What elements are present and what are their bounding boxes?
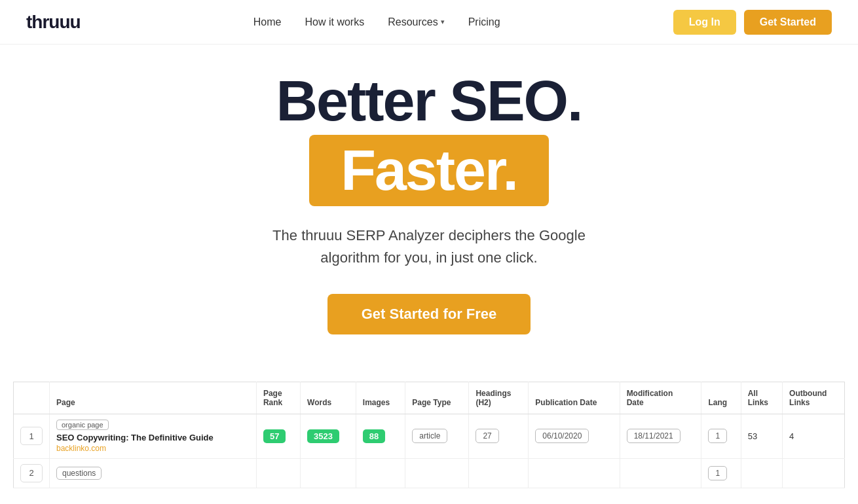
hero-section: Better SEO. Faster. The thruuu SERP Anal… xyxy=(0,45,858,382)
pub-date-badge: 06/10/2020 xyxy=(535,429,589,443)
hero-title-line1: Better SEO. xyxy=(276,71,582,131)
col-page: Page xyxy=(50,382,257,414)
hero-subtitle: The thruuu SERP Analyzer deciphers the G… xyxy=(246,225,612,269)
cell-lang: 1 xyxy=(701,458,741,488)
hero-cta-button[interactable]: Get Started for Free xyxy=(327,294,531,334)
cell-words: 3523 xyxy=(301,414,356,458)
cell-headings xyxy=(469,458,529,488)
cell-headings: 27 xyxy=(469,414,529,458)
col-images: Images xyxy=(356,382,405,414)
col-all-links: All Links xyxy=(741,382,782,414)
col-mod-date: Modification Date xyxy=(620,382,701,414)
serp-table: Page Page Rank Words Images Page Type He… xyxy=(13,382,845,488)
col-page-rank: Page Rank xyxy=(256,382,300,414)
headings-badge: 27 xyxy=(476,429,498,443)
page-tag: organic page xyxy=(56,420,109,430)
cell-images xyxy=(356,458,405,488)
cell-outbound-links: 4 xyxy=(783,414,845,458)
col-headings: Headings (H2) xyxy=(469,382,529,414)
cell-mod-date xyxy=(620,458,701,488)
col-outbound-links: Outbound Links xyxy=(783,382,845,414)
cell-outbound-links xyxy=(783,458,845,488)
cell-all-links: 53 xyxy=(741,414,782,458)
images-badge: 88 xyxy=(363,429,385,443)
cell-words xyxy=(301,458,356,488)
serp-table-section: Page Page Rank Words Images Page Type He… xyxy=(0,382,858,488)
col-pub-date: Publication Date xyxy=(529,382,620,414)
nav-links: Home How it works Resources ▾ Pricing xyxy=(253,16,500,28)
chevron-down-icon: ▾ xyxy=(441,18,445,26)
cell-pub-date xyxy=(529,458,620,488)
mod-date-badge: 18/11/2021 xyxy=(627,429,681,443)
cell-images: 88 xyxy=(356,414,405,458)
nav-how-it-works[interactable]: How it works xyxy=(305,16,365,28)
rank-badge: 2 xyxy=(20,464,43,482)
cell-mod-date: 18/11/2021 xyxy=(620,414,701,458)
brand-logo[interactable]: thruuu xyxy=(26,12,81,33)
rank-badge: 1 xyxy=(20,427,43,445)
lang-badge: 1 xyxy=(708,466,727,480)
cell-page-rank xyxy=(256,458,300,488)
page-rank-badge: 57 xyxy=(263,429,286,443)
cell-page-type: article xyxy=(405,414,469,458)
page-tag: questions xyxy=(56,467,102,480)
cell-all-links xyxy=(741,458,782,488)
words-badge: 3523 xyxy=(307,429,339,443)
page-type-badge: article xyxy=(412,429,447,443)
col-page-type: Page Type xyxy=(405,382,469,414)
login-button[interactable]: Log In xyxy=(673,10,736,35)
table-row: 2 questions 1 xyxy=(14,458,845,488)
cell-pub-date: 06/10/2020 xyxy=(529,414,620,458)
cell-lang: 1 xyxy=(701,414,741,458)
nav-home[interactable]: Home xyxy=(253,16,282,28)
page-url[interactable]: backlinko.com xyxy=(56,444,250,453)
col-lang: Lang xyxy=(701,382,741,414)
page-title[interactable]: SEO Copywriting: The Definitive Guide xyxy=(56,433,250,442)
cell-page: organic page SEO Copywriting: The Defini… xyxy=(50,414,257,458)
col-rank xyxy=(14,382,50,414)
nav-buttons: Log In Get Started xyxy=(673,10,832,35)
hero-title-line2: Faster. xyxy=(341,137,517,202)
cell-page-rank: 57 xyxy=(256,414,300,458)
col-words: Words xyxy=(301,382,356,414)
table-header-row: Page Page Rank Words Images Page Type He… xyxy=(14,382,845,414)
cell-page: questions xyxy=(50,458,257,488)
hero-faster-wrapper: Faster. xyxy=(309,135,549,206)
lang-badge: 1 xyxy=(708,429,727,443)
get-started-button[interactable]: Get Started xyxy=(744,10,832,35)
navbar: thruuu Home How it works Resources ▾ Pri… xyxy=(0,0,858,45)
cell-rank: 2 xyxy=(14,458,50,488)
nav-resources[interactable]: Resources ▾ xyxy=(388,16,444,28)
table-row: 1 organic page SEO Copywriting: The Defi… xyxy=(14,414,845,458)
cell-page-type xyxy=(405,458,469,488)
cell-rank: 1 xyxy=(14,414,50,458)
nav-pricing[interactable]: Pricing xyxy=(468,16,500,28)
